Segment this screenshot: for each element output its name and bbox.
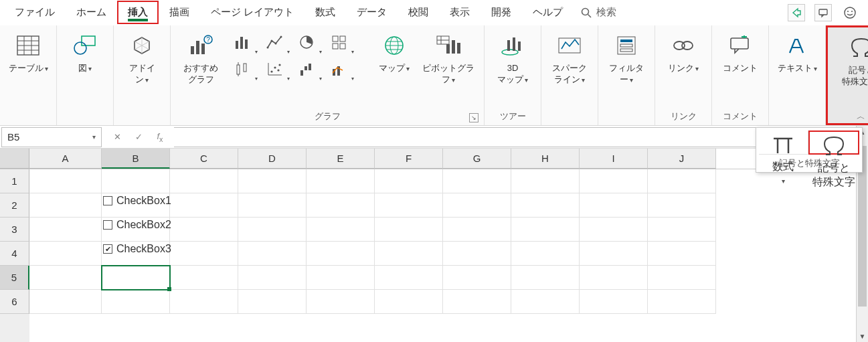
cell[interactable]	[648, 266, 716, 290]
charts-dialog-launcher[interactable]: ↘	[469, 113, 479, 122]
tab-pagelayout[interactable]: ページ レイアウト	[200, 1, 305, 24]
chart-type-waterfall[interactable]: ▾	[294, 56, 321, 82]
select-all-corner[interactable]	[0, 149, 29, 169]
smiley-icon[interactable]	[841, 4, 859, 21]
text-button[interactable]: テキスト▾	[774, 29, 820, 77]
cell[interactable]	[170, 169, 238, 193]
tab-data[interactable]: データ	[346, 1, 398, 24]
cell[interactable]	[170, 266, 238, 290]
cell[interactable]	[375, 193, 443, 218]
insert-function-icon[interactable]: fx	[154, 131, 166, 143]
cell[interactable]	[307, 290, 375, 314]
cell[interactable]	[29, 169, 102, 193]
chart-type-statistic[interactable]: ▾	[230, 56, 256, 82]
cell[interactable]	[238, 290, 307, 314]
tab-review[interactable]: 校閲	[398, 1, 439, 24]
illustrations-button[interactable]: 図▾	[62, 29, 108, 77]
cell[interactable]	[238, 242, 307, 266]
column-header[interactable]: J	[648, 149, 716, 169]
symbols-button[interactable]: 記号と 特殊文字▾	[833, 31, 868, 90]
column-header[interactable]: F	[375, 149, 443, 169]
cell[interactable]	[443, 218, 511, 242]
cell[interactable]	[375, 242, 443, 266]
cell[interactable]	[443, 242, 511, 266]
3dmap-button[interactable]: 3D マップ▾	[490, 29, 535, 88]
column-header[interactable]: G	[443, 149, 511, 169]
symbol-button[interactable]: 記号と 特殊文字	[808, 131, 860, 155]
checkbox-box[interactable]: ✔	[103, 244, 112, 254]
column-header[interactable]: C	[170, 149, 238, 169]
tables-button[interactable]: テーブル▾	[5, 29, 51, 77]
column-header[interactable]: A	[29, 149, 102, 169]
cell[interactable]	[102, 169, 170, 193]
cell[interactable]	[29, 193, 102, 218]
checkbox-box[interactable]	[103, 220, 112, 230]
comment-button[interactable]: コメント	[717, 29, 763, 77]
cell[interactable]	[238, 266, 307, 290]
cell[interactable]	[375, 218, 443, 242]
cell[interactable]	[648, 242, 716, 266]
addins-button[interactable]: アドイ ン▾	[119, 29, 165, 88]
name-box[interactable]: B5 ▾	[1, 127, 102, 147]
cell[interactable]	[648, 218, 716, 242]
column-header[interactable]: E	[307, 149, 375, 169]
tab-insert[interactable]: 挿入	[117, 1, 159, 24]
cell[interactable]	[238, 193, 307, 218]
comments-icon[interactable]	[814, 4, 832, 21]
cell[interactable]	[307, 266, 375, 290]
tab-help[interactable]: ヘルプ	[522, 1, 574, 24]
cell[interactable]	[29, 266, 102, 290]
scroll-down-icon[interactable]: ▼	[857, 330, 868, 342]
row-header[interactable]: 3	[0, 218, 29, 242]
cell[interactable]	[29, 218, 102, 242]
cell[interactable]	[375, 290, 443, 314]
cell[interactable]	[580, 266, 648, 290]
cell[interactable]	[307, 242, 375, 266]
cell[interactable]	[580, 290, 648, 314]
cell[interactable]	[375, 169, 443, 193]
recommended-charts-button[interactable]: ? おすすめ グラフ	[176, 29, 226, 88]
cell[interactable]	[238, 218, 307, 242]
cell[interactable]	[511, 266, 580, 290]
enter-formula-icon[interactable]: ✓	[133, 132, 145, 142]
cell[interactable]	[443, 193, 511, 218]
cell[interactable]	[170, 290, 238, 314]
checkbox-control[interactable]: ✔CheckBox3	[103, 243, 171, 255]
link-button[interactable]: リンク▾	[661, 29, 706, 77]
share-icon[interactable]	[788, 4, 805, 21]
maps-button[interactable]: マップ▾	[374, 29, 414, 77]
tab-file[interactable]: ファイル	[4, 1, 66, 24]
chart-type-column[interactable]: ▾	[230, 29, 256, 55]
cell[interactable]	[443, 290, 511, 314]
column-header[interactable]: D	[238, 149, 307, 169]
tab-view[interactable]: 表示	[439, 1, 481, 24]
cell[interactable]	[580, 193, 648, 218]
cell[interactable]	[443, 169, 511, 193]
tab-developer[interactable]: 開発	[481, 1, 522, 24]
cell[interactable]	[648, 193, 716, 218]
cell[interactable]	[443, 266, 511, 290]
chevron-down-icon[interactable]: ▾	[92, 133, 96, 141]
row-header[interactable]: 4	[0, 242, 29, 266]
cell[interactable]	[170, 193, 238, 218]
cell[interactable]	[170, 218, 238, 242]
cell[interactable]	[307, 218, 375, 242]
cell[interactable]	[511, 218, 580, 242]
cell[interactable]	[170, 242, 238, 266]
checkbox-box[interactable]	[103, 196, 112, 205]
row-header[interactable]: 1	[0, 169, 29, 193]
checkbox-control[interactable]: CheckBox2	[103, 219, 171, 231]
filters-button[interactable]: フィルター▾	[604, 29, 649, 88]
chart-type-pie[interactable]: ▾	[294, 29, 321, 55]
cell[interactable]	[29, 242, 102, 266]
cell[interactable]	[580, 169, 648, 193]
cell[interactable]	[102, 266, 170, 290]
equation-button[interactable]: 数式▾	[759, 131, 808, 155]
cell[interactable]	[648, 290, 716, 314]
cell[interactable]	[238, 169, 307, 193]
cells-area[interactable]: CheckBox1CheckBox2✔CheckBox3	[29, 169, 868, 342]
cell[interactable]	[580, 242, 648, 266]
cell[interactable]	[580, 218, 648, 242]
cell[interactable]	[307, 193, 375, 218]
cell[interactable]	[648, 169, 716, 193]
